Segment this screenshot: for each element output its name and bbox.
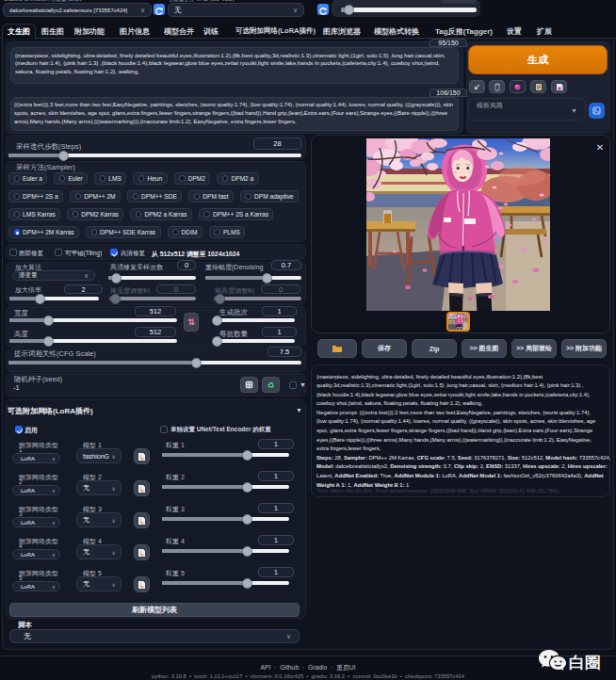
svg-text:白圈: 白圈 [569,654,601,672]
